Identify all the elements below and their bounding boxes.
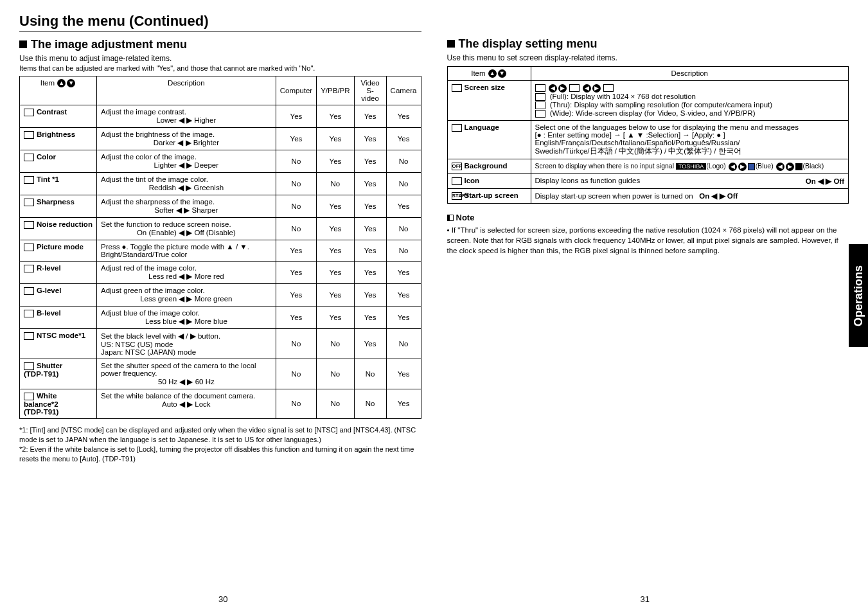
opt-label: (Black): [803, 162, 824, 170]
item-label: Background: [465, 162, 508, 170]
item-label: Noise reduction: [37, 220, 93, 228]
item-icon: [24, 287, 34, 295]
yn-cell: No: [276, 173, 317, 195]
desc-line2: Less blue ◀ ▶ More blue: [101, 317, 272, 326]
th-item: Item ▲▼: [20, 76, 97, 105]
main-heading: Using the menu (Continued): [19, 13, 421, 31]
item-icon: [24, 199, 34, 206]
desc-line: Set the black level with ◀ / ▶ button. U…: [101, 332, 272, 356]
item-label: R-level: [37, 264, 61, 272]
left-icon: ◀: [583, 84, 591, 93]
yn-cell: Yes: [276, 262, 317, 284]
desc-line: Adjust the brightness of the image.: [101, 130, 272, 138]
yn-cell: No: [386, 240, 421, 262]
full-icon: [535, 84, 545, 92]
yn-cell: No: [386, 329, 421, 359]
yn-cell: Yes: [386, 359, 421, 389]
table-row: SharpnessAdjust the sharpness of the ima…: [20, 195, 421, 218]
item-icon: [24, 109, 34, 116]
yn-cell: Yes: [386, 306, 421, 329]
right-icon: ▶: [786, 163, 794, 171]
desc-line2: On (Enable) ◀ ▶ Off (Disable): [101, 228, 272, 237]
item-icon: [24, 362, 34, 370]
desc-line: (Thru): Display with sampling resolution…: [550, 101, 772, 109]
item-label: NTSC mode*1: [37, 332, 85, 339]
desc-line: Adjust the color of the image.: [101, 153, 272, 161]
table-row: B-levelAdjust blue of the image color.Le…: [20, 306, 421, 329]
language-icon: [452, 124, 462, 132]
desc-line: (Full): Display with 1024 × 768 dot reso…: [550, 93, 696, 100]
down-icon: ▼: [67, 79, 75, 87]
table-row: G-levelAdjust green of the image color.L…: [20, 284, 421, 306]
yn-cell: Yes: [386, 284, 421, 306]
yn-cell: Yes: [276, 240, 317, 262]
yn-cell: No: [317, 173, 354, 195]
item-icon: [24, 176, 34, 184]
screen-icon: [452, 84, 462, 92]
desc-line: [● : Enter setting mode] → [ ▲ ▼ :Select…: [535, 131, 845, 139]
yn-cell: Yes: [354, 105, 386, 128]
yn-cell: Yes: [386, 105, 421, 128]
item-label: Tint *1: [37, 175, 59, 183]
desc-line2: Less red ◀ ▶ More red: [101, 272, 272, 281]
display-setting-table: Item ▲▼ Description Screen size ◀▶ ◀▶ (F…: [447, 66, 849, 204]
yn-cell: Yes: [354, 284, 386, 306]
yn-cell: Yes: [317, 306, 354, 329]
table-row: Language Select one of the languages bel…: [447, 120, 849, 159]
yn-cell: Yes: [317, 218, 354, 240]
table-row: NTSC mode*1Set the black level with ◀ / …: [20, 329, 421, 359]
yn-cell: No: [276, 389, 317, 419]
th-desc: Description: [97, 76, 276, 105]
down-icon: ▼: [498, 69, 506, 78]
table-row: Shutter (TDP-T91)Set the shutter speed o…: [20, 359, 421, 389]
desc-line: Set the function to reduce screen noise.: [101, 220, 272, 228]
desc-line: Select one of the languages below to use…: [535, 123, 845, 131]
yn-cell: No: [386, 218, 421, 240]
yn-cell: Yes: [386, 195, 421, 218]
wide-icon: [603, 84, 614, 92]
yn-cell: Yes: [354, 128, 386, 150]
yn-cell: No: [276, 329, 317, 359]
item-label: Brightness: [37, 130, 75, 138]
intro-line1: Use this menu to adjust image-related it…: [19, 54, 421, 63]
item-label: Start-up screen: [465, 191, 518, 199]
yn-cell: No: [317, 329, 354, 359]
yn-cell: No: [386, 173, 421, 195]
desc-line: Adjust the sharpness of the image.: [101, 198, 272, 206]
square-bullet-icon: [447, 40, 455, 48]
table-row: STARTStart-up screen Display start-up sc…: [447, 188, 849, 203]
up-icon: ▲: [488, 69, 497, 78]
blue-square-icon: [748, 163, 755, 170]
desc-line2: 50 Hz ◀ ▶ 60 Hz: [101, 377, 272, 386]
desc-line2: Lighter ◀ ▶ Deeper: [101, 161, 272, 170]
item-label: Sharpness: [37, 198, 75, 206]
display-setting-title: The display setting menu: [447, 37, 849, 51]
yn-cell: Yes: [354, 240, 386, 262]
desc-line: Set the shutter speed of the camera to t…: [101, 362, 272, 377]
operations-tab: Operations: [849, 244, 868, 347]
right-icon: ▶: [592, 84, 601, 93]
th-computer: Computer: [276, 76, 317, 105]
item-icon: [24, 265, 34, 272]
square-bullet-icon: [19, 40, 27, 48]
thru-icon: [535, 102, 545, 109]
yn-cell: Yes: [354, 218, 386, 240]
wide-icon: [535, 110, 545, 118]
table-row: ColorAdjust the color of the image.Light…: [20, 150, 421, 173]
desc-line: Screen to display when there is no input…: [535, 162, 675, 170]
yn-cell: No: [386, 150, 421, 173]
yn-cell: Yes: [317, 262, 354, 284]
yn-cell: Yes: [276, 128, 317, 150]
desc-line2: Less green ◀ ▶ More green: [101, 294, 272, 303]
yn-cell: Yes: [317, 105, 354, 128]
yn-cell: No: [276, 218, 317, 240]
desc-line: Adjust blue of the image color.: [101, 309, 272, 317]
yn-cell: Yes: [354, 262, 386, 284]
yn-cell: Yes: [317, 240, 354, 262]
note-body: • If "Thru" is selected for screen size,…: [447, 225, 849, 256]
desc-line: Display icons as function guides: [535, 177, 641, 184]
th-camera: Camera: [386, 76, 421, 105]
desc-line: Adjust red of the image color.: [101, 264, 272, 272]
note-box-icon: [447, 215, 454, 221]
th-desc-r: Description: [531, 67, 849, 81]
